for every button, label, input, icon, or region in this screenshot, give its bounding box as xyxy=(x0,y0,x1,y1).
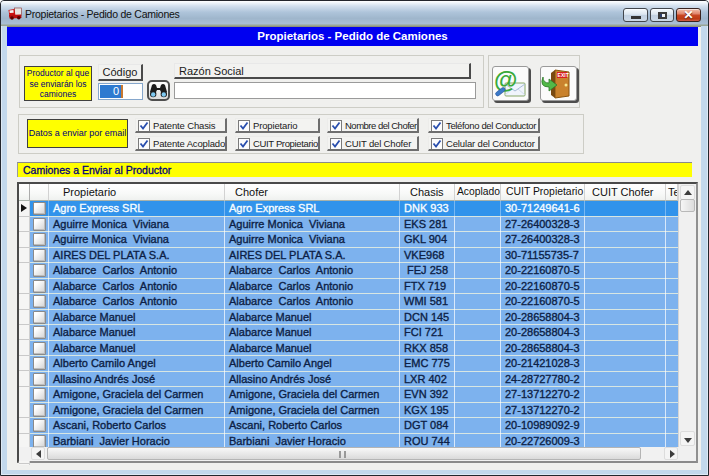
svg-text:EXIT: EXIT xyxy=(558,72,569,78)
svg-text:@: @ xyxy=(494,67,517,93)
